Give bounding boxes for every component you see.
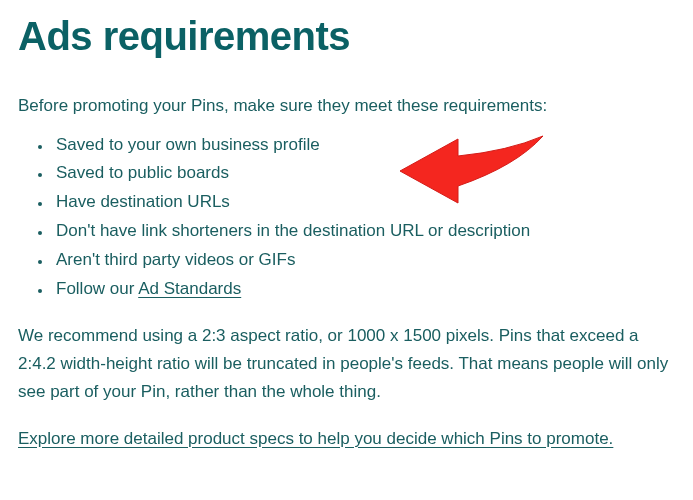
list-item: Don't have link shorteners in the destin… bbox=[52, 217, 675, 246]
requirements-list: Saved to your own business profile Saved… bbox=[18, 131, 675, 304]
list-item-prefix: Follow our bbox=[56, 279, 138, 298]
list-item: Follow our Ad Standards bbox=[52, 275, 675, 304]
ad-standards-link[interactable]: Ad Standards bbox=[138, 279, 241, 298]
intro-paragraph: Before promoting your Pins, make sure th… bbox=[18, 93, 675, 119]
list-item: Saved to public boards bbox=[52, 159, 675, 188]
explore-paragraph: Explore more detailed product specs to h… bbox=[18, 426, 675, 452]
list-item: Aren't third party videos or GIFs bbox=[52, 246, 675, 275]
list-item: Have destination URLs bbox=[52, 188, 675, 217]
page-title: Ads requirements bbox=[18, 14, 675, 59]
explore-specs-link[interactable]: Explore more detailed product specs to h… bbox=[18, 429, 613, 448]
list-item: Saved to your own business profile bbox=[52, 131, 675, 160]
recommendation-paragraph: We recommend using a 2:3 aspect ratio, o… bbox=[18, 322, 675, 406]
content-section: Before promoting your Pins, make sure th… bbox=[18, 93, 675, 451]
